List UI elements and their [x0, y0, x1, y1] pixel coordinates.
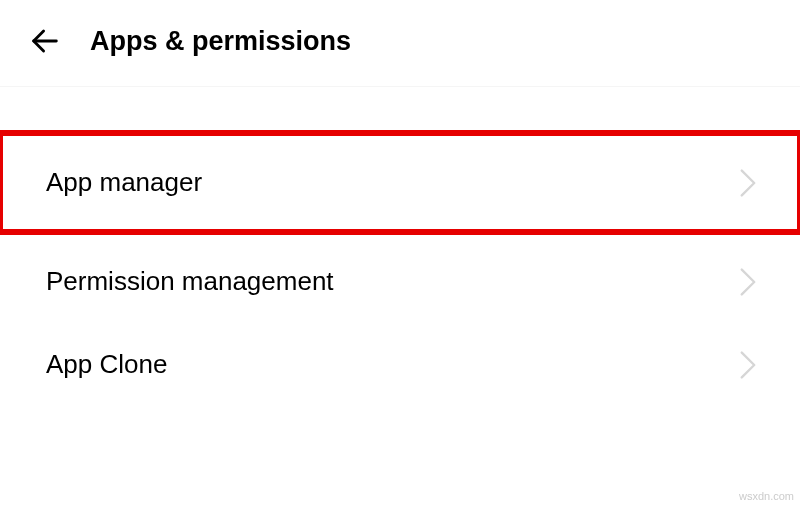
page-title: Apps & permissions	[90, 26, 351, 57]
settings-list: App manager Permission management App Cl…	[0, 87, 800, 406]
list-item-app-manager[interactable]: App manager	[0, 133, 800, 232]
chevron-right-icon	[740, 351, 756, 379]
back-arrow-icon	[28, 24, 62, 58]
list-item-label: App Clone	[46, 349, 167, 380]
chevron-right-icon	[740, 169, 756, 197]
back-button[interactable]	[28, 24, 62, 58]
header: Apps & permissions	[0, 0, 800, 87]
list-item-permission-management[interactable]: Permission management	[0, 240, 800, 323]
watermark: wsxdn.com	[739, 490, 794, 502]
list-item-app-clone[interactable]: App Clone	[0, 323, 800, 406]
chevron-right-icon	[740, 268, 756, 296]
list-item-label: Permission management	[46, 266, 334, 297]
list-item-label: App manager	[46, 167, 202, 198]
